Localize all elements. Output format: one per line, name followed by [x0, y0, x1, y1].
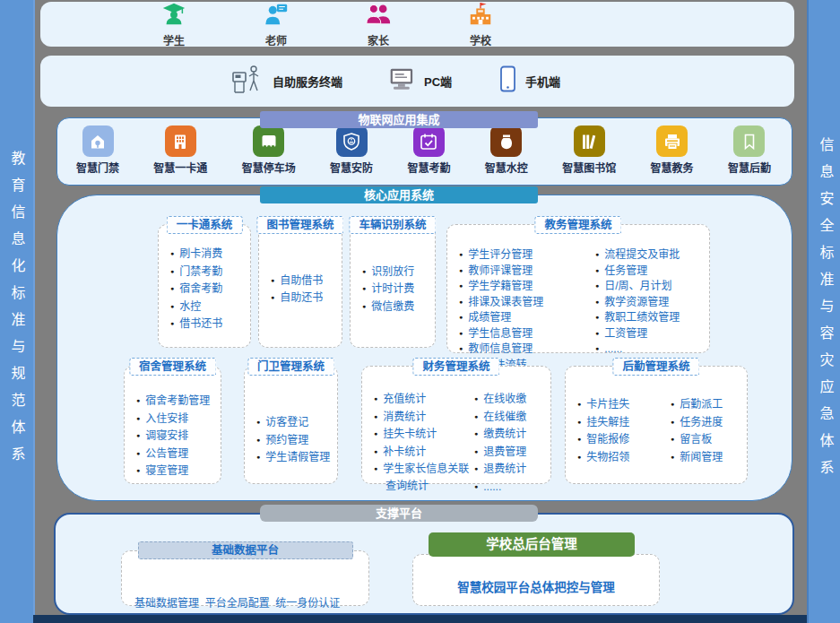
list-item: 挂失卡统计: [374, 425, 474, 443]
support-section-header: 支撑平台: [260, 505, 538, 522]
terminal-mobile: 手机端: [498, 65, 560, 97]
iot-item-label: 智慧一卡通: [153, 160, 207, 175]
school-icon: [467, 1, 494, 31]
list-item: 自助还书: [271, 289, 323, 307]
base-data-platform-card: 基础数据平台 基础数据管理 平台全局配置 统一身份认证 用户账户与权限管理 单点…: [121, 550, 369, 606]
actor-school: 学校: [453, 1, 508, 48]
list-item: 访客登记: [256, 413, 330, 431]
student-icon: [160, 1, 187, 31]
list-item: 新闻管理: [671, 448, 723, 466]
list-item: 寝室管理: [136, 462, 210, 480]
iot-item-security: 智慧安防: [330, 125, 373, 181]
list-item: 智能报修: [577, 430, 671, 448]
list-item: 日/周、月计划: [595, 278, 680, 294]
list-item: 排课及课表管理: [459, 294, 595, 310]
list-item: 微信缴费: [362, 298, 414, 316]
actor-label: 家长: [368, 32, 389, 48]
iot-item-label: 智慧安防: [330, 160, 373, 175]
list-item: ......: [595, 341, 680, 357]
card-title: 宿舍管理系统: [129, 358, 216, 376]
admin-platform-title: 学校总后台管理: [429, 532, 635, 557]
pc-icon: [389, 67, 416, 95]
iot-item-label: 智慧停车场: [242, 160, 296, 175]
list-item: 后勤派工: [671, 395, 723, 413]
list-item: 学生信息管理: [459, 325, 595, 342]
list-item: 公告管理: [136, 445, 210, 463]
iot-item-logistics: 智慧后勤: [728, 125, 771, 181]
security-icon: [336, 125, 368, 157]
parents-icon: [365, 1, 392, 31]
water-icon: [490, 125, 522, 157]
iot-item-attendance: 智慧考勤: [407, 125, 450, 181]
list-item: 退费管理: [474, 443, 526, 461]
onecard-icon: [165, 125, 196, 157]
iot-items-row: 智慧门禁 智慧一卡通 智慧停车场 智慧安防 智慧考勤: [56, 125, 791, 181]
list-item: 计时计费: [362, 280, 414, 298]
list-item: 宿舍考勤: [170, 280, 222, 298]
iot-item-label: 智慧教务: [651, 160, 694, 175]
card-academic-system: 教务管理系统 学生评分管理 教师评课管理 学生学籍管理 排课及课表管理 成绩管理…: [446, 224, 710, 353]
iot-item-library: 智慧图书馆: [562, 125, 616, 181]
actor-label: 学生: [163, 32, 185, 48]
actor-label: 老师: [265, 32, 287, 48]
list-item: 流程提交及审批: [595, 247, 680, 263]
list-item: 挂失解挂: [577, 413, 671, 431]
list-item: 在线催缴: [474, 408, 526, 426]
iot-item-water: 智慧水控: [485, 125, 528, 181]
list-item: 退费统计: [474, 460, 526, 478]
list-item: 缴费统计: [474, 425, 526, 443]
terminal-label: 手机端: [525, 73, 560, 90]
right-sidebar-label: 信息安全标准与容灾应急体系: [815, 137, 836, 487]
card-onecard-system: 一卡通系统 刷卡消费 门禁考勤 宿舍考勤 水控 借书还书: [158, 224, 251, 348]
terminal-pc: PC端: [389, 67, 452, 95]
card-gate-system: 门卫管理系统 访客登记 预约管理 学生请假管理: [244, 366, 338, 484]
list-item: 学生请假管理: [256, 448, 330, 466]
actor-parents: 家长: [351, 1, 406, 48]
iot-item-label: 智慧门禁: [76, 160, 119, 175]
list-item: 水控: [170, 298, 222, 316]
core-section-header: 核心应用系统: [260, 186, 538, 203]
list-item: 消费统计: [374, 408, 474, 426]
card-dorm-system: 宿舍管理系统 宿舍考勤管理 入住安排 调寝安排 公告管理 寝室管理: [124, 366, 221, 484]
list-item: 调寝安排: [136, 427, 210, 445]
card-library-system: 图书管理系统 自助借书 自助还书: [258, 224, 342, 348]
logistics-icon: [733, 125, 765, 157]
left-sidebar-standards: 教育信息化标准与规范体系: [0, 0, 35, 623]
parking-icon: [253, 125, 284, 157]
list-item: ......: [474, 478, 526, 496]
actor-label: 学校: [470, 32, 491, 48]
card-title: 图书管理系统: [256, 216, 343, 234]
card-title: 教务管理系统: [534, 216, 621, 234]
admin-platform-card: 智慧校园平台总体把控与管理: [412, 554, 660, 606]
list-item: 刷卡消费: [170, 245, 222, 263]
base-data-platform-functions: 基础数据管理 平台全局配置 统一身份认证 用户账户与权限管理 单点登录: [134, 566, 361, 623]
list-item: 教师信息管理: [459, 341, 595, 357]
list-item: 留言板: [671, 430, 723, 448]
terminals-row: 自助服务终端 PC端 手机端: [40, 56, 794, 107]
list-item: 失物招领: [577, 448, 671, 466]
iot-section-header: 物联网应用集成: [260, 111, 538, 128]
list-item: 在线收缴: [474, 390, 526, 408]
list-item: 教学资源管理: [595, 294, 680, 310]
list-item: 充值统计: [374, 390, 474, 408]
list-item: 识别放行: [362, 263, 414, 281]
actor-teacher: 老师: [248, 1, 304, 48]
card-title: 一卡通系统: [167, 216, 243, 234]
card-title: 后勤管理系统: [612, 358, 699, 376]
door-access-icon: [82, 125, 114, 157]
phone-icon: [498, 65, 517, 97]
list-item: 任务管理: [595, 263, 680, 279]
kiosk-icon: [230, 65, 264, 99]
base-data-platform-title: 基础数据平台: [138, 541, 353, 559]
list-item: 成绩管理: [459, 309, 595, 325]
list-item: 卡片挂失: [577, 395, 671, 413]
iot-item-label: 智慧水控: [485, 160, 528, 175]
library-icon: [574, 125, 605, 157]
attendance-icon: [413, 125, 445, 157]
teacher-icon: [263, 1, 290, 31]
base-platform-line1: 基础数据管理 平台全局配置 统一身份认证: [134, 596, 361, 611]
iot-item-door-access: 智慧门禁: [76, 125, 119, 181]
list-item: 宿舍考勤管理: [136, 392, 210, 410]
actors-row: 学生 老师 家长 学校: [40, 2, 794, 47]
list-item: 学生评分管理: [459, 247, 595, 263]
